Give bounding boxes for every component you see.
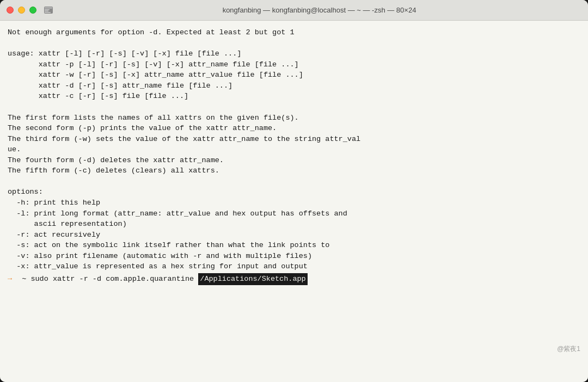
desc-line-4: The fourth form (-d) deletes the xattr a… <box>8 155 580 166</box>
option-x: -x: attr_value is represented as a hex s… <box>8 261 580 272</box>
prompt-command: sudo xattr -r -d com.apple.quarantine <box>30 274 194 285</box>
usage-line-2: xattr -w [-r] [-s] [-x] attr_name attr_v… <box>8 70 580 81</box>
svg-rect-4 <box>45 12 51 13</box>
close-button[interactable] <box>7 7 14 14</box>
option-s: -s: act on the symbolic link itself rath… <box>8 240 580 251</box>
svg-rect-2 <box>45 9 50 10</box>
desc-line-2: The third form (-w) sets the value of th… <box>8 134 580 145</box>
prompt-tilde-char: ~ <box>22 274 30 285</box>
title-bar: kongfanbing — kongfanbing@localhost — ~ … <box>0 0 588 21</box>
option-l-2: ascii representation) <box>8 219 580 230</box>
terminal-body[interactable]: Not enough arguments for option -d. Expe… <box>0 21 588 382</box>
svg-rect-1 <box>45 7 52 9</box>
option-h: -h: print this help <box>8 198 580 208</box>
terminal-window: kongfanbing — kongfanbing@localhost — ~ … <box>0 0 588 382</box>
window-title: kongfanbing — kongfanbing@localhost — ~ … <box>57 6 581 14</box>
blank-line-2 <box>8 102 580 113</box>
option-l-1: -l: print long format (attr_name: attr_v… <box>8 208 580 219</box>
blank-line-3 <box>8 176 580 187</box>
desc-line-3: ue. <box>8 144 580 155</box>
minimize-button[interactable] <box>18 7 25 14</box>
watermark: @紫夜1 <box>557 344 580 354</box>
desc-line-1: The second form (-p) prints the value of… <box>8 123 580 134</box>
maximize-button[interactable] <box>29 7 36 14</box>
options-header: options: <box>8 187 580 198</box>
usage-line-1: xattr -p [-l] [-r] [-s] [-v] [-x] attr_n… <box>8 59 580 70</box>
usage-line-3: xattr -d [-r] [-s] attr_name file [file … <box>8 81 580 91</box>
prompt-arrow-icon: → <box>8 274 12 285</box>
prompt-line[interactable]: → ~ sudo xattr -r -d com.apple.quarantin… <box>8 273 580 285</box>
option-v: -v: also print filename (automatic with … <box>8 251 580 262</box>
desc-line-0: The first form lists the names of all xa… <box>8 113 580 124</box>
desc-line-5: The fifth form (-c) deletes (clears) all… <box>8 165 580 176</box>
usage-line-4: xattr -c [-r] [-s] file [file ...] <box>8 91 580 102</box>
option-r: -r: act recursively <box>8 230 580 241</box>
prompt-highlighted-path: /Applications/Sketch.app <box>198 273 307 285</box>
usage-line-0: usage: xattr [-l] [-r] [-s] [-v] [-x] fi… <box>8 48 580 59</box>
prompt-tilde <box>14 274 19 285</box>
error-line: Not enough arguments for option -d. Expe… <box>8 27 580 38</box>
terminal-icon <box>44 7 53 14</box>
blank-line-1 <box>8 38 580 49</box>
svg-rect-3 <box>45 11 48 12</box>
